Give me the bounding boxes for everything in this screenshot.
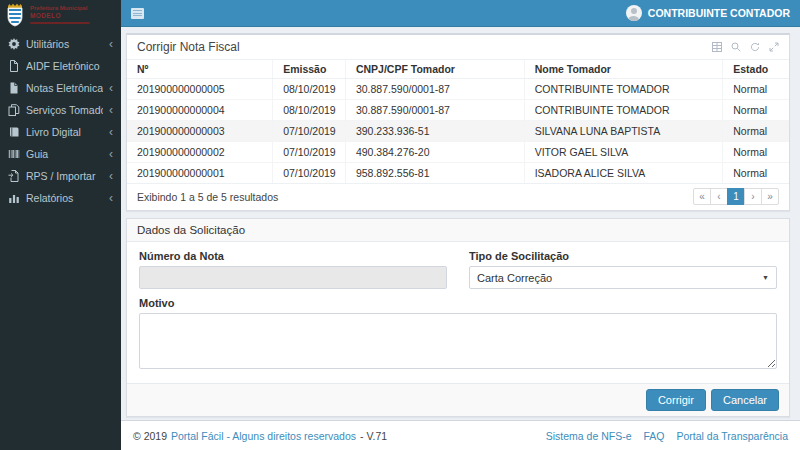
results-info-label: Exibindo 1 a 5 de 5 resultados bbox=[137, 191, 278, 203]
motivo-label: Motivo bbox=[139, 297, 777, 309]
portal-facil-link[interactable]: Portal Fácil - Alguns direitos reservado… bbox=[171, 430, 356, 442]
municipality-logo[interactable]: Prefeitura Municipal MODELO bbox=[0, 0, 121, 29]
column-header-estado[interactable]: Estado bbox=[723, 60, 789, 79]
cell-nome: CONTRIBUINTE TOMADOR bbox=[524, 100, 723, 121]
sidebar-item-servicos-tomados[interactable]: Serviços Tomados‹ bbox=[0, 99, 121, 121]
cell-numero: 201900000000005 bbox=[127, 79, 273, 100]
pagination-first-button[interactable]: « bbox=[693, 188, 711, 205]
user-menu[interactable]: CONTRIBUINTE CONTADOR bbox=[626, 5, 790, 21]
column-header-n[interactable]: Nº bbox=[127, 60, 273, 79]
table-body: 20190000000000508/10/201930.887.590/0001… bbox=[127, 79, 789, 184]
sidebar-item-label: Guia bbox=[26, 148, 103, 160]
copyright-label: © 2019 bbox=[133, 430, 167, 442]
logo-tagline-bar bbox=[30, 22, 90, 24]
table-row[interactable]: 20190000000000307/10/2019390.233.936-51S… bbox=[127, 121, 789, 142]
user-avatar-icon bbox=[626, 5, 642, 21]
pagination: «‹1›» bbox=[693, 188, 779, 205]
table-row[interactable]: 20190000000000408/10/201930.887.590/0001… bbox=[127, 100, 789, 121]
cell-estado: Normal bbox=[723, 100, 789, 121]
footer-link-portal-da-transparencia[interactable]: Portal da Transparência bbox=[677, 430, 788, 442]
caret-down-icon: ▼ bbox=[762, 274, 769, 281]
sidebar-item-label: AIDF Eletrônico bbox=[26, 60, 107, 72]
column-header-emissao[interactable]: Emissão bbox=[273, 60, 346, 79]
table-row[interactable]: 20190000000000107/10/2019958.892.556-81I… bbox=[127, 163, 789, 184]
chevron-left-icon: ‹ bbox=[109, 170, 113, 182]
user-name-label: CONTRIBUINTE CONTADOR bbox=[648, 7, 790, 19]
search-icon[interactable] bbox=[731, 42, 741, 52]
corrigir-nota-fiscal-panel: Corrigir Nota Fiscal NºEmissãoCNPJ/CPF T… bbox=[126, 33, 790, 211]
numero-da-nota-input bbox=[139, 266, 447, 289]
column-header-nome-tomador[interactable]: Nome Tomador bbox=[524, 60, 723, 79]
column-header-cnpj-cpf-tomador[interactable]: CNPJ/CPF Tomador bbox=[345, 60, 524, 79]
barcode-icon bbox=[8, 148, 20, 160]
chevron-left-icon: ‹ bbox=[109, 192, 113, 204]
city-crest-icon bbox=[5, 3, 25, 27]
sidebar-item-label: Relatórios bbox=[26, 192, 103, 204]
cell-cnpj-cpf: 30.887.590/0001-87 bbox=[345, 100, 524, 121]
file-text-icon bbox=[8, 82, 20, 94]
pagination-last-button[interactable]: » bbox=[761, 188, 779, 205]
cell-emissao: 07/10/2019 bbox=[273, 142, 346, 163]
form-panel-title: Dados da Solicitação bbox=[127, 219, 789, 242]
chevron-left-icon: ‹ bbox=[109, 148, 113, 160]
footer-link-faq[interactable]: FAQ bbox=[644, 430, 665, 442]
version-label: - V.71 bbox=[360, 430, 387, 442]
sidebar-item-rps-importar[interactable]: RPS / Importar‹ bbox=[0, 165, 121, 187]
pagination-prev-button[interactable]: ‹ bbox=[710, 188, 728, 205]
cell-numero: 201900000000004 bbox=[127, 100, 273, 121]
footer-link-sistema-de-nfs-e[interactable]: Sistema de NFS-e bbox=[546, 430, 632, 442]
cell-emissao: 08/10/2019 bbox=[273, 79, 346, 100]
cancelar-button[interactable]: Cancelar bbox=[711, 389, 779, 411]
table-row[interactable]: 20190000000000508/10/201930.887.590/0001… bbox=[127, 79, 789, 100]
sidebar-item-aidf-eletronico[interactable]: AIDF Eletrônico bbox=[0, 55, 121, 77]
cell-estado: Normal bbox=[723, 79, 789, 100]
table-row[interactable]: 20190000000000207/10/2019490.384.276-20V… bbox=[127, 142, 789, 163]
sidebar-menu: Utilitários‹AIDF EletrônicoNotas Eletrôn… bbox=[0, 33, 121, 209]
cell-emissao: 07/10/2019 bbox=[273, 163, 346, 184]
cell-estado: Normal bbox=[723, 121, 789, 142]
chevron-left-icon: ‹ bbox=[109, 104, 113, 116]
numero-da-nota-label: Número da Nota bbox=[139, 250, 447, 262]
page-footer: © 2019 Portal Fácil - Alguns direitos re… bbox=[121, 420, 800, 450]
sidebar-item-label: Notas Eletrônicas bbox=[26, 82, 103, 94]
table-header-row: NºEmissãoCNPJ/CPF TomadorNome TomadorEst… bbox=[127, 60, 789, 79]
expand-icon[interactable] bbox=[769, 42, 779, 52]
cell-estado: Normal bbox=[723, 142, 789, 163]
refresh-icon[interactable] bbox=[750, 42, 760, 52]
file-import-icon bbox=[8, 170, 20, 182]
sidebar-item-label: Livro Digital bbox=[26, 126, 103, 138]
motivo-textarea[interactable] bbox=[139, 313, 777, 369]
sidebar-item-livro-digital[interactable]: Livro Digital‹ bbox=[0, 121, 121, 143]
document-icon bbox=[8, 60, 20, 72]
sidebar-toggle-icon[interactable] bbox=[131, 8, 144, 19]
chevron-left-icon: ‹ bbox=[109, 82, 113, 94]
cell-nome: ISADORA ALICE SILVA bbox=[524, 163, 723, 184]
bar-chart-icon bbox=[8, 192, 20, 204]
content: Corrigir Nota Fiscal NºEmissãoCNPJ/CPF T… bbox=[121, 27, 800, 420]
cell-cnpj-cpf: 30.887.590/0001-87 bbox=[345, 79, 524, 100]
tipo-solicitacao-select[interactable]: Carta Correção ▼ bbox=[469, 266, 777, 289]
cell-numero: 201900000000001 bbox=[127, 163, 273, 184]
cell-nome: VITOR GAEL SILVA bbox=[524, 142, 723, 163]
pagination-page-1-button[interactable]: 1 bbox=[727, 188, 745, 205]
logo-line2: MODELO bbox=[30, 12, 90, 20]
sidebar-item-utilitarios[interactable]: Utilitários‹ bbox=[0, 33, 121, 55]
sidebar-item-relatorios[interactable]: Relatórios‹ bbox=[0, 187, 121, 209]
sidebar-item-notas-eletronicas[interactable]: Notas Eletrônicas‹ bbox=[0, 77, 121, 99]
main-area: CONTRIBUINTE CONTADOR Corrigir Nota Fisc… bbox=[121, 0, 800, 450]
corrigir-button[interactable]: Corrigir bbox=[646, 389, 706, 411]
cell-emissao: 08/10/2019 bbox=[273, 100, 346, 121]
tipo-solicitacao-label: Tipo de Socilitação bbox=[469, 250, 777, 262]
pagination-next-button[interactable]: › bbox=[744, 188, 762, 205]
footer-links: Sistema de NFS-eFAQPortal da Transparênc… bbox=[546, 430, 788, 442]
chevron-left-icon: ‹ bbox=[109, 126, 113, 138]
sidebar-item-guia[interactable]: Guia‹ bbox=[0, 143, 121, 165]
tipo-solicitacao-value: Carta Correção bbox=[477, 272, 552, 284]
topbar: CONTRIBUINTE CONTADOR bbox=[121, 0, 800, 27]
form-footer: Corrigir Cancelar bbox=[127, 383, 789, 416]
grid-icon[interactable] bbox=[712, 42, 722, 52]
cell-emissao: 07/10/2019 bbox=[273, 121, 346, 142]
sidebar-item-label: RPS / Importar bbox=[26, 170, 103, 182]
cell-nome: SILVANA LUNA BAPTISTA bbox=[524, 121, 723, 142]
sidebar: Prefeitura Municipal MODELO Utilitários‹… bbox=[0, 0, 121, 450]
